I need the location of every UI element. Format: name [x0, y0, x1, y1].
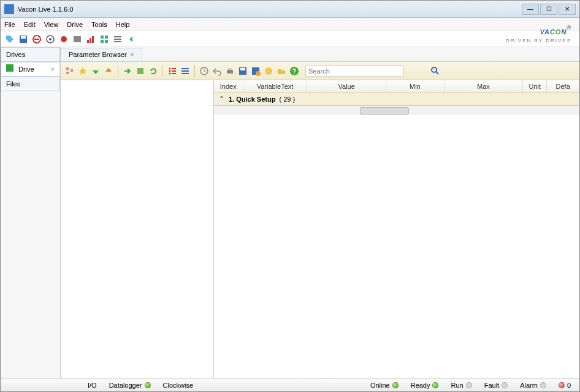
- help-icon[interactable]: ?: [289, 66, 300, 77]
- tab-parameter-browser[interactable]: Parameter Browser ×: [61, 48, 142, 61]
- close-icon[interactable]: ×: [131, 51, 134, 58]
- menu-help[interactable]: Help: [116, 21, 130, 28]
- status-io: I/O: [84, 382, 101, 389]
- save-icon[interactable]: [18, 34, 29, 45]
- board-icon[interactable]: [72, 34, 83, 45]
- folder-icon[interactable]: [276, 66, 287, 77]
- sidebar: Drives Drive × Files: [1, 47, 61, 378]
- menu-file[interactable]: File: [4, 21, 15, 28]
- led-icon: [392, 382, 399, 388]
- col-max[interactable]: Max: [445, 80, 524, 92]
- star-icon[interactable]: [77, 66, 88, 77]
- svg-rect-13: [105, 36, 108, 39]
- app-toolbar: [1, 31, 579, 47]
- svg-rect-30: [172, 73, 176, 74]
- svg-rect-18: [114, 41, 121, 42]
- list-bullet-icon[interactable]: [167, 66, 178, 77]
- up-orange-icon[interactable]: [103, 66, 114, 77]
- tag-icon[interactable]: [4, 34, 15, 45]
- group-header[interactable]: ⌃ 1. Quick Setup ( 29 ): [214, 93, 579, 105]
- parameter-grid[interactable]: Index VariableText Value Min Max Unit De…: [214, 80, 579, 378]
- list-lines-icon[interactable]: [180, 66, 191, 77]
- menu-tools[interactable]: Tools: [91, 21, 107, 28]
- parameter-tree[interactable]: [61, 80, 214, 378]
- svg-marker-23: [79, 67, 86, 75]
- grid-header: Index VariableText Value Min Max Unit De…: [214, 80, 579, 93]
- svg-point-29: [169, 72, 171, 74]
- status-zero: 0: [555, 382, 574, 389]
- svg-rect-35: [227, 70, 233, 74]
- maximize-button[interactable]: ☐: [540, 4, 557, 15]
- svg-point-44: [432, 67, 437, 72]
- list-icon[interactable]: [112, 34, 123, 45]
- save-blue-icon[interactable]: [237, 66, 248, 77]
- svg-rect-2: [21, 36, 26, 39]
- svg-rect-33: [181, 73, 189, 74]
- app-icon: [4, 4, 14, 14]
- grid-icon[interactable]: [99, 34, 110, 45]
- status-online: Online: [367, 382, 402, 389]
- refresh-icon[interactable]: [148, 66, 159, 77]
- led-icon: [145, 382, 151, 388]
- svg-rect-12: [101, 36, 104, 39]
- svg-rect-15: [105, 40, 108, 43]
- svg-rect-17: [114, 39, 121, 40]
- status-clockwise: Clockwise: [159, 382, 197, 389]
- svg-rect-22: [71, 69, 73, 72]
- col-unit[interactable]: Unit: [523, 80, 547, 92]
- target-icon[interactable]: [45, 34, 56, 45]
- titlebar: Vacon Live 1.1.6.0 — ☐ ✕: [1, 1, 579, 18]
- compass-icon[interactable]: [263, 66, 274, 77]
- search-input[interactable]: [305, 66, 403, 77]
- col-default[interactable]: Defa: [547, 80, 579, 92]
- undo-icon[interactable]: [212, 66, 223, 77]
- building-icon[interactable]: [135, 66, 146, 77]
- noentry-icon[interactable]: [31, 34, 42, 45]
- svg-rect-20: [66, 67, 69, 70]
- svg-point-40: [256, 71, 261, 76]
- menu-view[interactable]: View: [44, 21, 59, 28]
- col-variabletext[interactable]: VariableText: [243, 80, 308, 92]
- status-run: Run: [447, 382, 475, 389]
- svg-text:?: ?: [292, 67, 297, 75]
- col-min[interactable]: Min: [386, 80, 445, 92]
- chart-icon[interactable]: [85, 34, 96, 45]
- svg-rect-9: [87, 40, 89, 43]
- menubar: File Edit View Drive Tools Help: [1, 18, 579, 31]
- status-ready: Ready: [407, 382, 443, 389]
- led-icon: [432, 382, 438, 388]
- col-index[interactable]: Index: [214, 80, 243, 92]
- svg-rect-36: [228, 68, 232, 70]
- collapse-icon[interactable]: ⌃: [219, 95, 225, 103]
- horizontal-scrollbar[interactable]: [214, 105, 579, 115]
- svg-rect-19: [6, 64, 13, 72]
- svg-point-25: [169, 67, 171, 69]
- main-tabstrip: Parameter Browser ×: [61, 47, 579, 62]
- menu-edit[interactable]: Edit: [24, 21, 36, 28]
- search-icon[interactable]: [430, 66, 441, 77]
- back-icon[interactable]: [126, 34, 137, 45]
- save-orange-icon[interactable]: [250, 66, 261, 77]
- window-title: Vacon Live 1.1.6.0: [18, 6, 73, 13]
- svg-rect-8: [74, 36, 81, 42]
- svg-rect-28: [172, 70, 176, 72]
- down-green-icon[interactable]: [90, 66, 101, 77]
- svg-point-7: [61, 36, 67, 42]
- menu-drive[interactable]: Drive: [67, 21, 83, 28]
- clock-icon[interactable]: [199, 66, 210, 77]
- print-icon[interactable]: [224, 66, 235, 77]
- close-button[interactable]: ✕: [559, 4, 576, 15]
- arrow-right-icon[interactable]: [122, 66, 133, 77]
- close-icon[interactable]: ×: [51, 66, 55, 73]
- tree-icon[interactable]: [64, 66, 75, 77]
- sidebar-tab-drive[interactable]: Drive ×: [1, 62, 60, 77]
- sidebar-tab-files[interactable]: Files: [1, 77, 60, 91]
- minimize-button[interactable]: —: [522, 4, 539, 15]
- record-icon[interactable]: [58, 34, 69, 45]
- svg-rect-24: [137, 68, 143, 74]
- sidebar-tab-drives[interactable]: Drives: [1, 47, 60, 62]
- svg-rect-16: [114, 36, 121, 37]
- col-value[interactable]: Value: [307, 80, 386, 92]
- svg-point-41: [265, 67, 272, 75]
- svg-line-45: [436, 72, 438, 74]
